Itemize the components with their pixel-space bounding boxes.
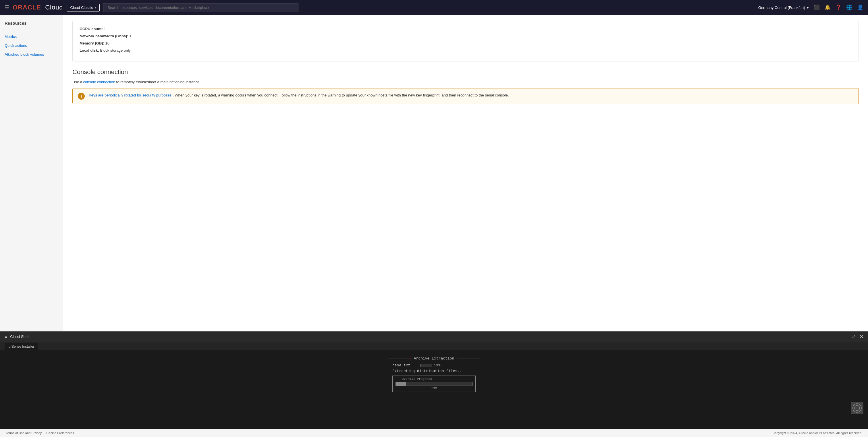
terminal-area[interactable]: Archive Extraction base.txz 13% ] Extr [0, 350, 868, 429]
bell-icon[interactable]: 🔔 [824, 4, 831, 11]
content-area: OCPU count: 1 Network bandwidth (Gbps): … [63, 15, 868, 331]
cloud-shell-panel: ≡ Cloud Shell — ⤢ ✕ pfSense Installer Ar… [0, 331, 868, 429]
terminal-icon[interactable]: ⬛ [813, 4, 820, 11]
pfsense-dialog-container: Archive Extraction base.txz 13% ] Extr [5, 353, 863, 398]
dialog-extracting-row: Extracting distribution files... [392, 369, 476, 373]
memory-row: Memory (GB): 16 [80, 41, 851, 45]
header: ☰ ORACLE Cloud Cloud Classic › Germany C… [0, 0, 868, 15]
footer-link-terms[interactable]: Terms of Use and Privacy [6, 431, 42, 435]
sidebar-item-metrics[interactable]: Metrics [0, 32, 63, 41]
search-input[interactable] [103, 3, 299, 12]
footer-links: Terms of Use and Privacy Cookie Preferen… [6, 431, 74, 435]
instance-details-card: OCPU count: 1 Network bandwidth (Gbps): … [72, 21, 859, 61]
pfsense-dialog: Archive Extraction base.txz 13% ] Extr [388, 358, 480, 395]
sidebar: Resources Metrics Quick actions Attached… [0, 15, 63, 331]
overall-bar-outer [396, 382, 472, 386]
overall-progress-section: ─Overall Progress─ 13% [392, 376, 476, 392]
warning-icon: ! [78, 93, 85, 100]
terminal-tab-pfsense[interactable]: pfSense Installer [5, 343, 38, 350]
dialog-file-label: base.txz [392, 363, 418, 368]
region-label: Germany Central (Frankfurt) [758, 5, 805, 10]
console-connection-link[interactable]: console connection [83, 80, 115, 84]
region-selector[interactable]: Germany Central (Frankfurt) ▾ [758, 5, 809, 10]
extracting-text: Extracting distribution files... [392, 369, 464, 373]
cloud-shell-minimize-button[interactable]: — [843, 334, 848, 339]
warning-text: Keys are periodically rotated for securi… [89, 92, 509, 98]
help-btn-inner [852, 403, 862, 413]
footer-link-cookies[interactable]: Cookie Preferences [46, 431, 74, 435]
svg-rect-2 [857, 407, 857, 409]
cloud-shell-title: Cloud Shell [10, 335, 840, 339]
ocpu-row: OCPU count: 1 [80, 27, 851, 31]
sidebar-item-quick-actions[interactable]: Quick actions [0, 41, 63, 50]
page-footer: Terms of Use and Privacy Cookie Preferen… [0, 429, 868, 437]
sidebar-item-attached-block-volumes[interactable]: Attached block volumes [0, 50, 63, 59]
oracle-logo: ORACLE Cloud [13, 4, 63, 11]
svg-point-1 [857, 407, 857, 407]
dialog-file-row: base.txz 13% ] [392, 363, 476, 368]
oracle-text: ORACLE [13, 4, 41, 11]
main-container: Resources Metrics Quick actions Attached… [0, 15, 868, 331]
cloud-shell-menu-icon[interactable]: ≡ [5, 334, 7, 339]
user-avatar[interactable]: 👤 [857, 4, 863, 11]
cloud-shell-close-button[interactable]: ✕ [860, 334, 863, 339]
warning-box: ! Keys are periodically rotated for secu… [72, 88, 859, 104]
help-icon[interactable]: ❓ [835, 4, 842, 11]
cloud-shell-body: Archive Extraction base.txz 13% ] Extr [0, 350, 868, 429]
cloud-shell-controls: — ⤢ ✕ [843, 334, 863, 339]
dialog-file-percent: 13% [434, 363, 440, 368]
chevron-down-icon: ▾ [807, 5, 809, 10]
footer-copyright: Copyright © 2024, Oracle and/or its affi… [773, 431, 862, 435]
hamburger-menu-icon[interactable]: ☰ [5, 4, 9, 11]
console-connection-title: Console connection [72, 68, 859, 76]
overall-label: ─Overall Progress─ [396, 377, 472, 381]
header-right: Germany Central (Frankfurt) ▾ ⬛ 🔔 ❓ 🌐 👤 [758, 4, 863, 11]
cloud-classic-button[interactable]: Cloud Classic › [67, 4, 100, 11]
cloud-text: Cloud [45, 4, 63, 11]
console-connection-desc: Use a console connection to remotely tro… [72, 80, 859, 84]
overall-bar-inner [396, 382, 406, 385]
mini-bar-outer [421, 364, 432, 367]
network-row: Network bandwidth (Gbps): 1 [80, 34, 851, 38]
sidebar-section-title: Resources [0, 21, 63, 29]
cloud-shell-header: ≡ Cloud Shell — ⤢ ✕ [0, 332, 868, 342]
disk-row: Local disk: Block storage only [80, 48, 851, 53]
help-button[interactable] [851, 402, 863, 414]
globe-icon[interactable]: 🌐 [846, 4, 852, 11]
help-circle-icon [854, 405, 860, 411]
terminal-tab-bar: pfSense Installer [0, 342, 868, 350]
cloud-shell-expand-button[interactable]: ⤢ [852, 334, 856, 339]
overall-percent: 13% [396, 387, 472, 390]
dialog-title-bar: Archive Extraction [411, 356, 457, 361]
warning-link[interactable]: Keys are periodically rotated for securi… [89, 93, 172, 97]
dialog-mini-progress: 13% ] [421, 363, 449, 368]
